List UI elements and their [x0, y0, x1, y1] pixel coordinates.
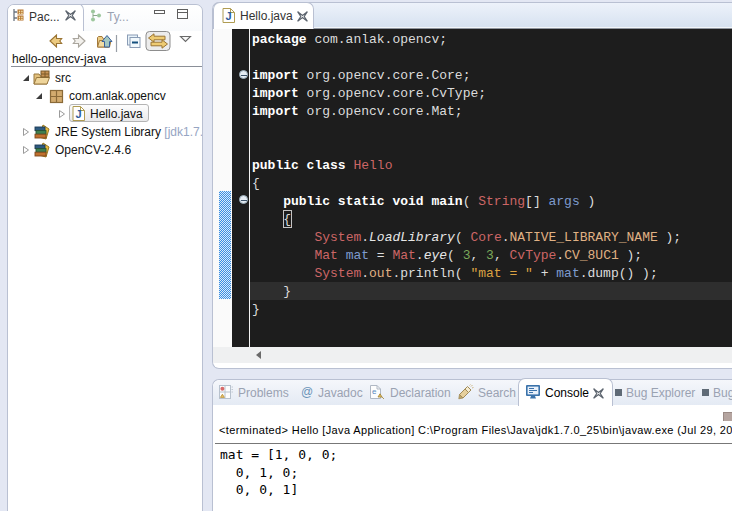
svg-text:e: e — [372, 387, 377, 396]
svg-text:J: J — [225, 10, 231, 22]
svg-text:J: J — [75, 108, 81, 120]
